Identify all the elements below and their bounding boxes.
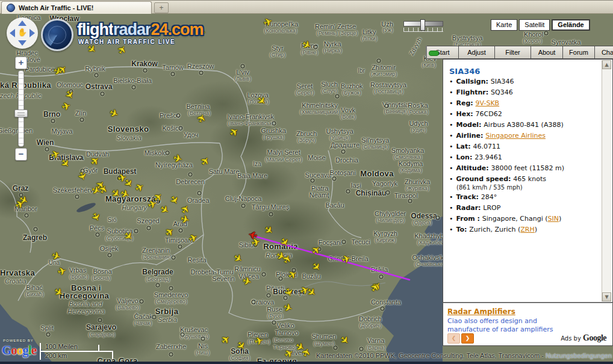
map-label: Dudváh bbox=[86, 150, 109, 158]
city-dot-icon bbox=[188, 173, 193, 177]
flight-detail-link[interactable]: 9V-SKB bbox=[476, 99, 500, 107]
map-label: (Стир) bbox=[270, 52, 286, 58]
city-dot-icon bbox=[252, 300, 256, 304]
google-logo-letter: g bbox=[22, 343, 28, 357]
city-dot-icon bbox=[377, 59, 381, 63]
city-dot-icon bbox=[169, 286, 173, 291]
map-type-gelände[interactable]: Gelände bbox=[552, 19, 590, 31]
map-label: (Львів) bbox=[234, 76, 251, 82]
city-dot-icon bbox=[132, 85, 136, 90]
flight-detail-link[interactable]: ZRH bbox=[520, 226, 534, 233]
map-label: (Сарајево) bbox=[89, 332, 115, 338]
google-logo-letter: o bbox=[17, 343, 23, 357]
google-logo-letter: e bbox=[31, 343, 36, 357]
map-label: Moise bbox=[308, 154, 325, 161]
map-label: Târgu Mureș bbox=[252, 203, 289, 211]
map-label: (Случ) bbox=[322, 88, 338, 94]
map-label: (Житомир) bbox=[370, 71, 397, 77]
flight-detail-row: •Flightnr: SQ346 bbox=[449, 89, 597, 97]
new-tab-button[interactable]: + bbox=[154, 2, 169, 13]
map-label: Suceava bbox=[305, 171, 331, 179]
map-label: Malyi Seret bbox=[267, 149, 300, 156]
map-label: (Кодима) bbox=[399, 167, 422, 173]
city-dot-icon bbox=[379, 275, 384, 279]
map-pan-control[interactable]: ✋ bbox=[7, 17, 38, 49]
browser-tab-active[interactable]: Watch Air Traffic - LIVE! bbox=[1, 1, 152, 14]
map-label: Buzău bbox=[302, 273, 320, 280]
menu-tab-forum[interactable]: Forum bbox=[563, 46, 595, 59]
ad-title-link[interactable]: Radar Amplifiers bbox=[447, 307, 515, 316]
pan-hand-icon[interactable]: ✋ bbox=[7, 28, 38, 37]
flight-detail-note: (861 km/h / 535 mph) bbox=[456, 184, 597, 191]
map-type-karte[interactable]: Karte bbox=[491, 19, 517, 31]
map-scale-bar: 100 Meilen 200 km bbox=[40, 343, 118, 361]
map-label: (Хмельницький) bbox=[300, 109, 340, 115]
city-dot-icon bbox=[181, 333, 185, 337]
pan-up-arrow-icon[interactable] bbox=[18, 20, 26, 26]
map-label: (Сільниця) bbox=[362, 144, 388, 150]
city-dot-icon bbox=[78, 156, 82, 160]
ad-text-line: Ciao also offers design and bbox=[447, 317, 537, 325]
menu-tab-chat[interactable]: Chat bbox=[595, 46, 613, 59]
map-label: ká Republika bbox=[0, 81, 51, 90]
city-dot-icon bbox=[311, 179, 315, 183]
map-label: (Грушка) bbox=[263, 134, 284, 140]
map-label: (Русе) bbox=[267, 313, 283, 319]
map-label: (Београд) bbox=[146, 276, 170, 282]
map-label: Zdvyzh bbox=[408, 36, 423, 57]
zoom-in-button[interactable]: + bbox=[15, 57, 27, 69]
flight-detail-row: •Lat: 46.0711 bbox=[449, 143, 597, 151]
map-label: Myjava bbox=[52, 128, 73, 135]
map-label: Bosna bbox=[93, 268, 111, 275]
flight-detail-link[interactable]: SIN bbox=[548, 215, 559, 223]
map-label: Baia Mare bbox=[237, 172, 267, 179]
powered-by-text: POWERED BY bbox=[3, 339, 34, 342]
map-label: (Бужок) bbox=[342, 90, 361, 96]
map-label: Severin bbox=[212, 275, 234, 282]
city-dot-icon bbox=[201, 337, 205, 341]
scroll-down-button[interactable]: ▼ bbox=[602, 292, 611, 301]
map-type-satellit[interactable]: Satellit bbox=[519, 19, 550, 31]
city-dot-icon bbox=[385, 104, 389, 108]
ads-by-google-label: Ads by Google bbox=[561, 333, 606, 343]
map-label: Zabërrxhe bbox=[156, 343, 186, 350]
ad-next-button[interactable]: ❯ bbox=[461, 333, 474, 344]
map-label: (Чилигідер) bbox=[376, 217, 405, 223]
pan-down-arrow-icon[interactable] bbox=[18, 40, 26, 46]
zoom-slider-track[interactable] bbox=[18, 70, 24, 147]
map-label: Constanta bbox=[371, 298, 401, 306]
zoom-slider-handle[interactable] bbox=[14, 110, 28, 117]
panel-scrollbar[interactable]: ▲ ▼ bbox=[602, 60, 612, 301]
tab-title: Watch Air Traffic - LIVE! bbox=[19, 4, 93, 11]
site-favicon-icon bbox=[7, 4, 15, 12]
city-dot-icon bbox=[335, 94, 340, 99]
city-dot-icon bbox=[241, 204, 246, 208]
terms-link[interactable]: Nutzungsbedingungen bbox=[546, 352, 612, 359]
flight-detail-row: •Altitude: 38000 feet (11582 m) bbox=[449, 165, 597, 173]
scroll-up-button[interactable]: ▲ bbox=[602, 60, 611, 69]
zoom-out-button[interactable]: − bbox=[15, 148, 27, 161]
menu-tab-adjust[interactable]: Adjust bbox=[459, 46, 495, 59]
city-dot-icon bbox=[269, 212, 273, 217]
flight-detail-row: •Lon: 23.9461 bbox=[449, 154, 597, 162]
map-label: Styr bbox=[272, 45, 284, 52]
map-label: (Нирка) bbox=[323, 48, 342, 54]
flight-detail-row: •Radar: LROP bbox=[449, 205, 597, 212]
brightness-slider-handle[interactable] bbox=[420, 19, 425, 31]
ad-prev-button[interactable]: ❮ bbox=[447, 333, 460, 344]
map-label: Ivano-Frankivsk bbox=[227, 113, 274, 120]
city-dot-icon bbox=[171, 72, 175, 76]
city-dot-icon bbox=[101, 92, 105, 96]
flight-detail-row: •Model: Airbus A380-841 (A388) bbox=[449, 122, 597, 129]
city-dot-icon bbox=[98, 318, 102, 322]
google-logo[interactable]: Google bbox=[2, 343, 36, 358]
flight-detail-row: •To: Zurich, Zurich (ZRH) bbox=[449, 226, 597, 234]
menu-tab-filter[interactable]: Filter bbox=[495, 46, 531, 59]
flight-details-panel: SIA346 •Callsign: SIA346•Flightnr: SQ346… bbox=[443, 59, 613, 303]
map-label: Rostavytsya bbox=[370, 81, 406, 88]
flight-detail-link[interactable]: Singapore Airlines bbox=[485, 132, 546, 140]
menu-tab-about[interactable]: About bbox=[531, 46, 563, 59]
map-label: Bosnia and bbox=[69, 300, 102, 307]
map-label: Vovk bbox=[341, 106, 355, 114]
map-label: Miskolc bbox=[145, 149, 167, 156]
